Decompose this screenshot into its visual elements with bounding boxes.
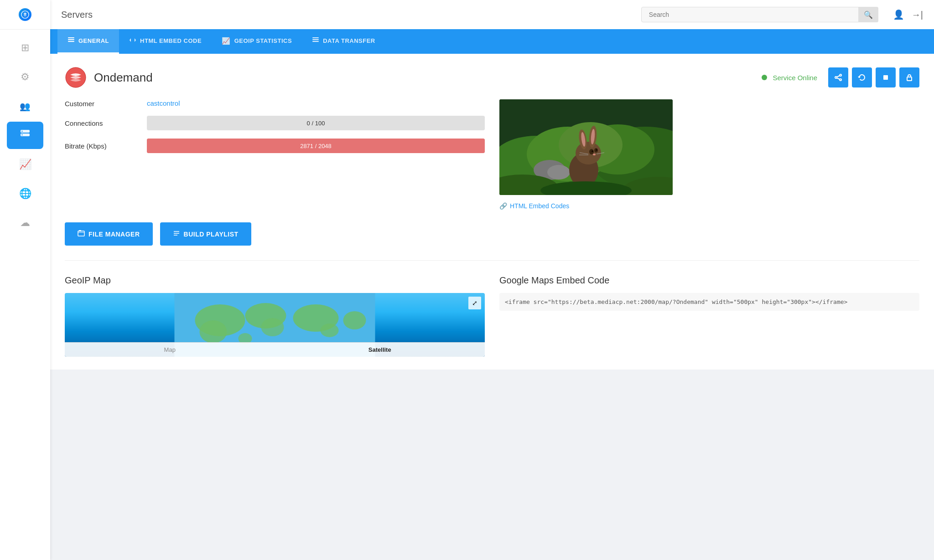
service-title: Ondemand: [65, 67, 153, 88]
svg-point-15: [840, 79, 841, 81]
share-button[interactable]: [828, 67, 848, 87]
svg-line-17: [837, 78, 840, 79]
action-row: FILE MANAGER BUILD PLAYLIST: [65, 222, 919, 246]
topbar: Servers 🔍 👤 →|: [50, 0, 934, 29]
globe-icon: 🌐: [19, 188, 31, 200]
main-area: Servers 🔍 👤 →|: [50, 0, 934, 560]
search-icon: 🔍: [864, 10, 873, 19]
tab-data-transfer[interactable]: DATA TRANSFER: [302, 29, 385, 54]
map-container: ⤢ Map Satellite: [65, 293, 485, 357]
file-manager-button[interactable]: FILE MANAGER: [65, 222, 153, 246]
dashboard-icon: ⊞: [21, 42, 29, 54]
build-playlist-button[interactable]: BUILD PLAYLIST: [160, 222, 251, 246]
bitrate-row: Bitrate (Kbps) 2871 / 2048: [65, 139, 485, 153]
svg-point-39: [593, 154, 596, 155]
svg-point-28: [547, 165, 570, 180]
embed-code-title: Google Maps Embed Code: [499, 275, 919, 286]
tabs-bar: GENERAL HTML EMBED CODE 📈 GEOIP STATISTI…: [50, 29, 934, 54]
action-buttons: [828, 67, 919, 87]
sidebar-item-users[interactable]: 👥: [7, 92, 43, 120]
service-name: Ondemand: [94, 71, 153, 85]
servers-icon: [19, 128, 31, 143]
tab-general[interactable]: GENERAL: [57, 29, 119, 54]
sidebar-item-globe[interactable]: 🌐: [7, 180, 43, 207]
page-title: Servers: [61, 10, 93, 20]
sidebar-item-servers[interactable]: [7, 122, 43, 149]
map-expand-button[interactable]: ⤢: [468, 297, 481, 309]
svg-point-3: [21, 131, 22, 132]
connections-progress-label: 0 / 100: [147, 116, 485, 130]
content-area: GENERAL HTML EMBED CODE 📈 GEOIP STATISTI…: [50, 29, 934, 560]
svg-point-4: [21, 134, 22, 135]
file-manager-icon: [78, 230, 85, 238]
html-tab-icon: [129, 36, 136, 45]
bitrate-value: 2871 / 2048: [147, 139, 485, 153]
svg-rect-5: [68, 37, 74, 38]
download-icon: ☁: [20, 217, 30, 229]
sidebar-item-download[interactable]: ☁: [7, 209, 43, 236]
search-container: 🔍: [641, 7, 878, 22]
bitrate-progress: 2871 / 2048: [147, 139, 485, 153]
service-header: Ondemand Service Online: [65, 67, 919, 88]
stop-button[interactable]: [876, 67, 896, 87]
main-grid: Customer castcontrol Connections 0 / 100: [65, 99, 919, 210]
svg-point-38: [596, 149, 597, 151]
info-panel: Customer castcontrol Connections 0 / 100: [65, 99, 485, 161]
svg-rect-6: [68, 39, 74, 40]
status-dot: [762, 75, 767, 80]
svg-point-13: [840, 74, 841, 76]
search-input[interactable]: [641, 7, 878, 22]
video-thumbnail: [499, 99, 673, 195]
customer-label: Customer: [65, 100, 147, 108]
tab-geoip[interactable]: 📈 GEOIP STATISTICS: [212, 29, 302, 54]
user-icon: 👤: [893, 10, 904, 20]
lock-button[interactable]: [899, 67, 919, 87]
users-icon: 👥: [20, 101, 31, 112]
user-button[interactable]: 👤: [893, 9, 904, 20]
geoip-section: GeoIP Map: [65, 275, 485, 357]
embed-code-block: <iframe src="https://beta.mediacp.net:20…: [499, 293, 919, 311]
connections-row: Connections 0 / 100: [65, 116, 485, 130]
topbar-actions: 👤 →|: [893, 9, 923, 20]
sidebar-nav: ⊞ ⚙ 👥 📈 🌐 ☁: [0, 34, 50, 236]
general-tab-icon: [67, 36, 75, 45]
bitrate-label: Bitrate (Kbps): [65, 142, 147, 150]
file-manager-label: FILE MANAGER: [88, 231, 140, 238]
map-tab-map[interactable]: Map: [65, 343, 275, 357]
refresh-button[interactable]: [852, 67, 872, 87]
search-button[interactable]: 🔍: [858, 7, 878, 22]
sidebar-item-dashboard[interactable]: ⊞: [7, 34, 43, 62]
logo-circle: [19, 8, 31, 21]
video-panel: 🔗 HTML Embed Codes: [499, 99, 919, 210]
page-content: Ondemand Service Online: [50, 54, 934, 370]
customer-row: Customer castcontrol: [65, 99, 485, 108]
bottom-grid: GeoIP Map: [65, 275, 919, 357]
svg-rect-9: [312, 39, 319, 40]
build-playlist-label: BUILD PLAYLIST: [184, 231, 239, 238]
tab-html-embed[interactable]: HTML EMBED CODE: [119, 29, 212, 54]
svg-point-58: [343, 311, 366, 329]
sidebar-item-settings[interactable]: ⚙: [7, 63, 43, 91]
link-icon: 🔗: [499, 202, 507, 210]
svg-rect-10: [312, 41, 319, 42]
stats-icon: 📈: [19, 159, 31, 170]
tab-geoip-label: GEOIP STATISTICS: [234, 37, 292, 44]
logout-button[interactable]: →|: [912, 10, 923, 20]
playlist-icon: [173, 230, 180, 238]
svg-point-37: [592, 150, 593, 152]
embed-link[interactable]: 🔗 HTML Embed Codes: [499, 202, 919, 210]
map-tab-satellite[interactable]: Satellite: [275, 343, 485, 357]
data-transfer-tab-icon: [312, 36, 319, 45]
svg-rect-46: [78, 231, 84, 236]
customer-link[interactable]: castcontrol: [147, 99, 180, 107]
sidebar-item-stats[interactable]: 📈: [7, 151, 43, 178]
embed-link-label: HTML Embed Codes: [510, 202, 569, 210]
connections-value: 0 / 100: [147, 116, 485, 130]
service-logo: [65, 67, 87, 88]
app-logo: [0, 0, 50, 30]
connections-progress: 0 / 100: [147, 116, 485, 130]
logout-icon: →|: [912, 10, 923, 20]
video-preview: [499, 99, 673, 195]
sidebar: ⊞ ⚙ 👥 📈 🌐 ☁: [0, 0, 50, 560]
expand-icon: ⤢: [472, 299, 477, 307]
